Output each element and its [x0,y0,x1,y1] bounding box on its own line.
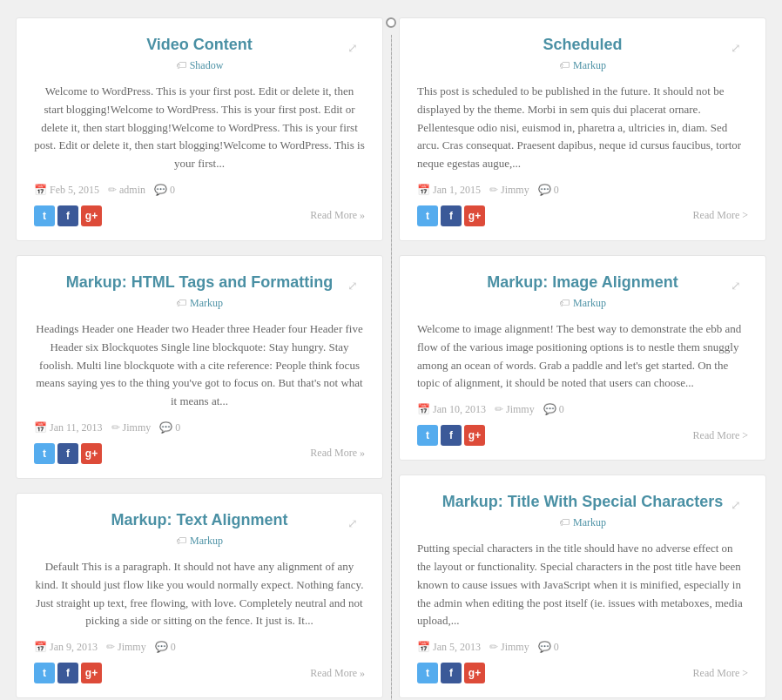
twitter-button-markup-image-alignment[interactable]: t [417,425,438,446]
card-meta-scheduled: 📅 Jan 1, 2015 ✏ Jimmy 💬 0 [417,184,748,197]
card-excerpt-markup-image-alignment: Welcome to image alignment! The best way… [417,320,748,393]
tag-link-video-content[interactable]: Shadow [190,59,224,72]
comment-icon: 💬 [538,184,551,197]
social-buttons-markup-special-chars: t f g+ [417,663,485,683]
card-footer-markup-html: t f g+ Read More » [34,443,365,464]
read-more-markup-special-chars[interactable]: Read More > [693,667,748,680]
tag-link-markup-special-chars[interactable]: Markup [573,516,606,529]
expand-icon-markup-image-alignment[interactable]: ⤢ [731,279,741,293]
card-tag-markup-image-alignment: 🏷 Markup [417,297,748,310]
gplus-button-scheduled[interactable]: g+ [464,205,485,226]
pencil-icon: ✏ [489,184,498,197]
card-excerpt-markup-special-chars: Putting special characters in the title … [417,540,748,630]
card-author-markup-image-alignment: ✏ Jimmy [495,403,535,416]
tag-link-markup-html[interactable]: Markup [190,297,223,310]
card-author-scheduled: ✏ Jimmy [489,184,529,197]
facebook-button-video-content[interactable]: f [57,205,78,226]
social-buttons-video-content: t f g+ [34,205,102,226]
read-more-markup-image-alignment[interactable]: Read More > [693,429,748,442]
card-tag-markup-text-alignment: 🏷 Markup [34,535,365,548]
card-title-markup-image-alignment: Markup: Image Alignment [417,273,748,292]
pencil-icon: ✏ [108,184,117,197]
card-excerpt-markup-text-alignment: Default This is a paragraph. It should n… [34,558,365,630]
read-more-video-content[interactable]: Read More » [310,209,365,222]
calendar-icon: 📅 [34,641,47,654]
card-tag-markup-html: 🏷 Markup [34,297,365,310]
card-date-markup-image-alignment: 📅 Jan 10, 2013 [417,403,486,416]
card-date-markup-text-alignment: 📅 Jan 9, 2013 [34,641,98,654]
gplus-button-video-content[interactable]: g+ [81,205,102,226]
read-more-markup-html[interactable]: Read More » [310,447,365,460]
twitter-button-markup-special-chars[interactable]: t [417,663,438,683]
card-tag-video-content: 🏷 Shadow [34,59,365,72]
card-comments-scheduled: 💬 0 [538,184,559,197]
card-footer-markup-image-alignment: t f g+ Read More > [417,425,748,446]
facebook-button-markup-special-chars[interactable]: f [441,663,462,683]
expand-icon-markup-text-alignment[interactable]: ⤢ [347,516,358,531]
social-buttons-markup-text-alignment: t f g+ [34,663,102,683]
twitter-button-scheduled[interactable]: t [417,205,438,226]
left-column: Video Content ⤢ 🏷 Shadow Welcome to Word… [9,17,390,698]
calendar-icon: 📅 [417,403,430,416]
card-author-video-content: ✏ admin [108,184,145,197]
card-date-scheduled: 📅 Jan 1, 2015 [417,184,481,197]
facebook-button-markup-text-alignment[interactable]: f [57,663,78,683]
read-more-scheduled[interactable]: Read More > [693,209,748,222]
card-date-video-content: 📅 Feb 5, 2015 [34,184,99,197]
tag-icon: 🏷 [176,59,186,72]
right-column: Scheduled ⤢ 🏷 Markup This post is schedu… [392,17,773,698]
gplus-button-markup-text-alignment[interactable]: g+ [81,663,102,683]
calendar-icon: 📅 [417,184,430,197]
card-video-content: Video Content ⤢ 🏷 Shadow Welcome to Word… [16,17,383,241]
social-buttons-scheduled: t f g+ [417,205,485,226]
pencil-icon: ✏ [489,641,498,654]
card-scheduled: Scheduled ⤢ 🏷 Markup This post is schedu… [399,17,766,241]
expand-icon-markup-html[interactable]: ⤢ [347,279,358,293]
gplus-button-markup-html[interactable]: g+ [81,443,102,464]
pencil-icon: ✏ [111,421,120,434]
calendar-icon: 📅 [34,421,47,434]
card-title-markup-special-chars: Markup: Title With Special Characters [417,493,748,511]
tag-link-scheduled[interactable]: Markup [573,59,606,72]
expand-icon-video-content[interactable]: ⤢ [347,41,358,56]
calendar-icon: 📅 [417,641,430,654]
card-author-markup-text-alignment: ✏ Jimmy [106,641,146,654]
comment-icon: 💬 [154,184,167,197]
card-markup-text-alignment: Markup: Text Alignment ⤢ 🏷 Markup Defaul… [16,493,383,698]
card-title-markup-text-alignment: Markup: Text Alignment [34,511,365,529]
tag-icon: 🏷 [176,297,186,310]
read-more-markup-text-alignment[interactable]: Read More » [310,667,365,680]
gplus-button-markup-image-alignment[interactable]: g+ [464,425,485,446]
card-markup-image-alignment: Markup: Image Alignment ⤢ 🏷 Markup Welco… [399,255,766,461]
tag-link-markup-image-alignment[interactable]: Markup [573,297,606,310]
card-meta-markup-text-alignment: 📅 Jan 9, 2013 ✏ Jimmy 💬 0 [34,641,365,654]
card-comments-markup-text-alignment: 💬 0 [155,641,176,654]
card-title-markup-html: Markup: HTML Tags and Formatting [34,273,365,292]
divider-dot [386,17,396,28]
card-excerpt-video-content: Welcome to WordPress. This is your first… [34,83,365,173]
card-footer-scheduled: t f g+ Read More > [417,205,748,226]
card-meta-markup-image-alignment: 📅 Jan 10, 2013 ✏ Jimmy 💬 0 [417,403,748,416]
social-buttons-markup-html: t f g+ [34,443,102,464]
tag-link-markup-text-alignment[interactable]: Markup [190,535,223,548]
social-buttons-markup-image-alignment: t f g+ [417,425,485,446]
card-footer-video-content: t f g+ Read More » [34,205,365,226]
tag-icon: 🏷 [559,516,570,529]
card-title-video-content: Video Content [34,36,365,54]
card-excerpt-markup-html: Headings Header one Header two Header th… [34,320,365,411]
twitter-button-markup-html[interactable]: t [34,443,55,464]
card-date-markup-html: 📅 Jan 11, 2013 [34,421,103,434]
twitter-button-video-content[interactable]: t [34,205,55,226]
expand-icon-scheduled[interactable]: ⤢ [731,41,741,56]
expand-icon-markup-special-chars[interactable]: ⤢ [731,498,741,513]
card-markup-special-chars: Markup: Title With Special Characters ⤢ … [399,475,766,698]
card-excerpt-scheduled: This post is scheduled to be published i… [417,83,748,173]
gplus-button-markup-special-chars[interactable]: g+ [464,663,485,683]
card-author-markup-html: ✏ Jimmy [111,421,152,434]
facebook-button-markup-html[interactable]: f [57,443,78,464]
card-title-scheduled: Scheduled [417,36,748,54]
tag-icon: 🏷 [176,535,186,548]
facebook-button-scheduled[interactable]: f [441,205,462,226]
facebook-button-markup-image-alignment[interactable]: f [441,425,462,446]
twitter-button-markup-text-alignment[interactable]: t [34,663,55,683]
